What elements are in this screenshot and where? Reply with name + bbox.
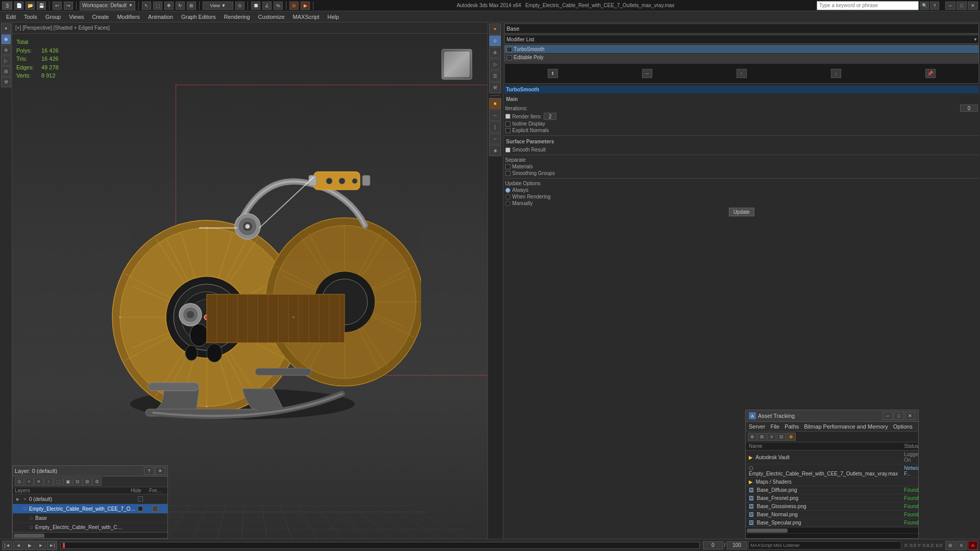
asset-btn-4[interactable]: ⊟	[777, 433, 786, 441]
prev-frame-btn[interactable]: ◄	[13, 541, 23, 550]
menu-rendering[interactable]: Rendering	[220, 11, 254, 22]
layers-close-btn[interactable]: ✕	[155, 467, 165, 475]
asset-v-scrollbar-area[interactable]	[746, 533, 918, 538]
asset-row-glossiness[interactable]: 🖼 Base_Glossiness.png Found	[746, 503, 918, 511]
lp-btn-9[interactable]: ⚙	[92, 478, 102, 486]
lp-btn-6[interactable]: ▣	[63, 478, 72, 486]
asset-h-scroll-thumb[interactable]	[747, 529, 788, 533]
layer-row-cable2[interactable]: ⬡ Empty_Electric_Cable_Reel_with_CEE_7_O…	[13, 523, 167, 532]
lp-btn-3[interactable]: ✕	[34, 478, 43, 486]
layer-freeze-check[interactable]	[152, 506, 158, 512]
total-frames[interactable]: 100	[727, 541, 747, 549]
menu-help[interactable]: Help	[324, 11, 344, 22]
display-panel-btn[interactable]: ☰	[489, 70, 501, 82]
hierarchy-panel-btn[interactable]: ⊗	[489, 47, 501, 58]
always-radio[interactable]	[505, 188, 510, 193]
scale-tool[interactable]: ⊞	[187, 2, 196, 10]
lp-btn-5[interactable]: ⬚	[54, 478, 63, 486]
angle-snap[interactable]: ∠	[262, 2, 272, 10]
adj-icon-4[interactable]: ↓	[831, 69, 841, 78]
next-frame-btn[interactable]: ►	[36, 541, 46, 550]
asset-btn-3[interactable]: ≡	[767, 433, 776, 441]
editable-poly-checkbox[interactable]	[507, 55, 512, 60]
layer-row-base[interactable]: ⬡ Base	[13, 514, 167, 523]
asset-close-btn[interactable]: ✕	[905, 412, 915, 420]
asset-btn-2[interactable]: ⊞	[757, 433, 767, 441]
search-input[interactable]	[819, 3, 916, 8]
when-rendering-radio[interactable]	[505, 194, 510, 199]
new-file-btn[interactable]: 📄	[14, 2, 23, 10]
lp-btn-4[interactable]: ↑	[44, 478, 53, 486]
render-iters-checkbox[interactable]	[505, 114, 510, 119]
frame-counter[interactable]: 0	[703, 541, 723, 549]
modify-panel-btn[interactable]: ⊕	[489, 35, 501, 46]
display-btn[interactable]: ⊞	[1, 66, 11, 77]
ref-coord[interactable]: View ▼	[203, 2, 233, 10]
search-go-btn[interactable]: 🔍	[920, 2, 929, 10]
render-frame[interactable]: ▶	[301, 2, 310, 10]
layer-row-cable[interactable]: ⬡ Empty_Electric_Cable_Reel_with_CEE_7_O…	[13, 504, 167, 514]
menu-maxscript[interactable]: MAXScript	[289, 11, 324, 22]
utilities-panel-btn[interactable]: ⚒	[489, 82, 501, 93]
goto-end-btn[interactable]: ►|	[47, 541, 57, 550]
menu-animation[interactable]: Animation	[144, 11, 177, 22]
menu-customize[interactable]: Customize	[254, 11, 289, 22]
icon-btn-5[interactable]: ◈	[489, 145, 501, 156]
adj-icon-2[interactable]: ─	[642, 69, 652, 78]
utilities-btn[interactable]: ⚒	[1, 77, 11, 87]
menu-group[interactable]: Group	[41, 11, 65, 22]
asset-row-vault[interactable]: ▶ Autodesk Vault Logged On	[746, 450, 918, 464]
navigation-cube[interactable]: Top	[442, 49, 477, 85]
pivot-btn[interactable]: ⊙	[235, 2, 244, 10]
workspace-dropdown[interactable]: Workspace: Default ▼	[80, 1, 135, 10]
asset-menu-options[interactable]: Options	[892, 423, 914, 430]
key-mode-btn[interactable]: K	[957, 541, 967, 550]
minimize-btn[interactable]: ─	[945, 2, 955, 10]
asset-btn-1[interactable]: ⊕	[748, 433, 757, 441]
save-btn[interactable]: 💾	[37, 2, 46, 10]
manually-radio[interactable]	[505, 201, 510, 206]
smoothing-groups-checkbox[interactable]	[505, 171, 510, 176]
asset-row-diffuse[interactable]: 🖼 Base_Diffuse.png Found	[746, 486, 918, 494]
move-tool[interactable]: ✥	[164, 2, 174, 10]
maximize-btn[interactable]: □	[957, 2, 967, 10]
modify-tab-btn[interactable]: ⊕	[1, 34, 11, 44]
asset-menu-file[interactable]: File	[769, 423, 780, 430]
hierarchy-btn[interactable]: ⊗	[1, 45, 11, 55]
asset-menu-paths[interactable]: Paths	[783, 423, 800, 430]
adj-icon-5[interactable]: 📌	[925, 69, 936, 78]
asset-row-normal[interactable]: 🖼 Base_Normal.png Found	[746, 511, 918, 519]
explicit-normals-checkbox[interactable]	[505, 128, 510, 133]
time-slider[interactable]	[60, 542, 700, 549]
layer-check-default[interactable]	[137, 495, 144, 503]
update-button[interactable]: Update	[729, 208, 754, 216]
layers-scroll-thumb[interactable]	[14, 534, 44, 538]
help-btn[interactable]: ?	[930, 2, 939, 10]
asset-minimize-btn[interactable]: ─	[883, 412, 893, 420]
rotate-tool[interactable]: ↻	[176, 2, 185, 10]
layer-row-default[interactable]: ▶ ≡ 0 (default)	[13, 494, 167, 504]
menu-tools[interactable]: Tools	[20, 11, 41, 22]
isoline-checkbox[interactable]	[505, 121, 510, 127]
asset-btn-5[interactable]: ⊗	[787, 433, 796, 441]
undo-btn[interactable]: ↩	[53, 2, 62, 10]
open-file-btn[interactable]: 📂	[26, 2, 35, 10]
icon-btn-4[interactable]: ↔	[489, 133, 501, 144]
lp-btn-8[interactable]: ⊞	[83, 478, 92, 486]
asset-menu-server[interactable]: Server	[748, 423, 766, 430]
editable-poly-item[interactable]: Editable Poly	[505, 54, 979, 61]
menu-create[interactable]: Create	[88, 11, 113, 22]
render-scene[interactable]: ⊙	[289, 2, 299, 10]
adj-icon-1[interactable]: ⬆	[548, 69, 558, 78]
play-btn[interactable]: ▶	[24, 541, 35, 550]
create-tab-btn[interactable]: ✦	[1, 23, 11, 34]
create-panel-btn[interactable]: ✦	[489, 23, 501, 35]
anim-mode-btn[interactable]: A	[968, 541, 978, 550]
grid-settings-btn[interactable]: ⊞	[945, 541, 955, 550]
select-region[interactable]: ⬚	[153, 2, 162, 10]
layer-check-cable[interactable]	[137, 505, 144, 512]
iterations-value[interactable]: 0	[960, 105, 978, 112]
render-iters-value[interactable]: 2	[544, 113, 556, 120]
menu-modifiers[interactable]: Modifiers	[113, 11, 144, 22]
modifier-list-dropdown[interactable]: Modifier List ▼	[504, 35, 979, 44]
